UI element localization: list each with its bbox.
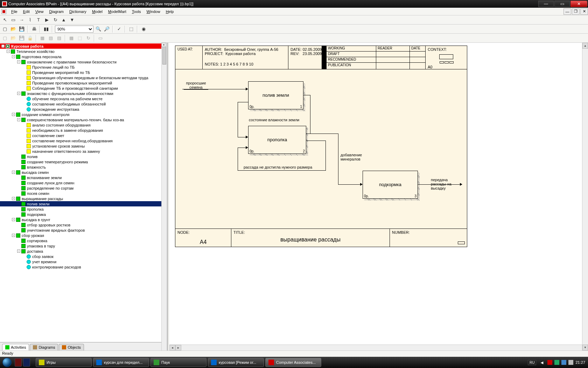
menu-tools[interactable]: Tools [129, 8, 144, 15]
tree-node[interactable]: упаковка в тару [0, 243, 167, 248]
menu-modelmart[interactable]: ModelMart [105, 8, 129, 15]
zoom-in-button[interactable]: 🔍 [95, 26, 102, 33]
down-tool[interactable]: ▼ [69, 16, 76, 23]
zoom-select[interactable]: 90% [55, 26, 93, 33]
expand-toggle[interactable]: - [12, 218, 15, 221]
tree-node[interactable]: составление перечня необход.оборудования [0, 138, 167, 143]
mm-last[interactable]: ▭ [97, 35, 104, 42]
tree-node[interactable]: Соблюдение ТБ и производственной санитар… [0, 86, 167, 91]
expand-toggle[interactable]: - [12, 234, 15, 237]
tree-node[interactable]: контролирование расходов [0, 264, 167, 270]
tray-icon-1[interactable] [554, 360, 559, 365]
tree-node[interactable]: прохождение инструктажа [0, 107, 167, 112]
tree-node[interactable]: вспахивание земли [0, 175, 167, 180]
menu-model[interactable]: Model [89, 8, 105, 15]
squiggle-tool[interactable]: ⌇ [27, 16, 34, 23]
mm-review[interactable]: ▧ [47, 35, 54, 42]
tree-node[interactable]: -выращивание рассады [0, 196, 167, 201]
menu-dictionary[interactable]: Dictionary [66, 8, 89, 15]
mm-refresh[interactable]: ↻ [85, 35, 92, 42]
close-button[interactable]: ✕ [570, 1, 587, 7]
expand-toggle[interactable]: - [12, 113, 15, 116]
tree-node[interactable]: -доставка [0, 248, 167, 254]
taskbar-item[interactable]: курсовая [Режим ог... [208, 358, 264, 367]
tree-node[interactable]: Прочтение леций по ТБ [0, 64, 167, 70]
clock[interactable]: 21:27 [575, 360, 585, 364]
taskbar-item[interactable]: Паук [150, 358, 206, 367]
activity-box-1[interactable]: полив земли 0р. 1 [248, 81, 303, 109]
mdi-close-button[interactable]: ✕ [580, 8, 588, 15]
tree-node[interactable]: уничтожение вредных факторов [0, 227, 167, 233]
quicklaunch-2[interactable] [23, 358, 30, 367]
tree-node[interactable]: учет времени [0, 259, 167, 264]
tree-node[interactable]: полив [0, 154, 167, 159]
expand-toggle[interactable]: - [12, 55, 15, 58]
tray-icon-av[interactable] [547, 360, 552, 365]
tree-node[interactable]: -ознакомление с правилами техники безопа… [0, 59, 167, 64]
mdi-restore-button[interactable]: ❐ [572, 8, 580, 15]
tab-diagrams[interactable]: Diagrams [30, 344, 58, 350]
mm-connect[interactable]: ▢ [1, 35, 8, 42]
menu-edit[interactable]: Edit [20, 8, 33, 15]
tree-scrollbar[interactable] [161, 43, 167, 342]
zoom-out-button[interactable]: 🔎 [103, 26, 110, 33]
tree-node[interactable]: необходимость в замене оборудования [0, 128, 167, 133]
expand-toggle[interactable]: - [17, 118, 20, 121]
tray-icon-2[interactable] [561, 360, 566, 365]
up-tool[interactable]: ▲ [60, 16, 67, 23]
activity-box-2[interactable]: прополка 0р. 2 [248, 126, 306, 154]
tree-node[interactable]: сортировка [0, 238, 167, 243]
menu-file[interactable]: File [8, 8, 20, 15]
text-tool[interactable]: T [35, 16, 42, 23]
expand-toggle[interactable]: - [7, 50, 10, 53]
go-child-tool[interactable]: ↻ [52, 16, 59, 23]
expand-toggle[interactable]: - [12, 171, 15, 174]
tree-node[interactable]: полив земли [0, 201, 167, 206]
tree-node[interactable]: назначение ответственного за замену [0, 149, 167, 154]
mm-open[interactable]: 📂 [10, 35, 17, 42]
quicklaunch-1[interactable] [15, 358, 22, 367]
mm-version[interactable]: ▩ [68, 35, 75, 42]
go-parent-tool[interactable]: ▶ [43, 16, 50, 23]
arrow-tool[interactable]: → [18, 16, 25, 23]
expand-toggle[interactable]: - [12, 197, 15, 200]
expand-toggle[interactable]: - [17, 60, 20, 63]
open-button[interactable]: 📂 [10, 26, 17, 33]
taskbar-item[interactable]: курсач для передел... [93, 358, 149, 367]
tree-node[interactable]: подкормка [0, 212, 167, 217]
expand-toggle[interactable]: - [17, 92, 20, 95]
menu-window[interactable]: Window [144, 8, 163, 15]
start-button[interactable] [0, 357, 14, 368]
tree-node[interactable]: анализ состояния оборудования [0, 122, 167, 128]
tree-node[interactable]: Проведение мероприятий по ТБ [0, 70, 167, 75]
canvas-hscrollbar[interactable]: ◄► [169, 345, 582, 350]
tree-node[interactable]: создание лунок для семян [0, 180, 167, 185]
tree-node[interactable]: -знакомство с функциональными обязанност… [0, 91, 167, 96]
tree-node[interactable]: прополка [0, 206, 167, 212]
tree-node[interactable]: составление необходимых обязанностей [0, 101, 167, 107]
new-button[interactable]: ▢ [1, 26, 8, 33]
pointer-tool[interactable]: ↖ [1, 16, 8, 23]
tree-node[interactable]: обучение персонала на рабочем месте [0, 96, 167, 101]
model-explorer-button[interactable]: ⬚ [128, 26, 135, 33]
tree-node[interactable]: составление смет [0, 133, 167, 138]
tree-node[interactable]: сбор заявок [0, 254, 167, 259]
tray-arrow[interactable]: ◄ [538, 359, 545, 366]
spellcheck-button[interactable]: ✓ [115, 26, 122, 33]
tree-node[interactable]: -совершенствование материально-технич. б… [0, 117, 167, 122]
tree-node[interactable]: Проведение противопожарных мероприятий [0, 80, 167, 86]
tree-node[interactable]: -подготовка персонала [0, 54, 167, 59]
tree-node[interactable]: распределение по сортам [0, 185, 167, 191]
minimize-button[interactable]: — [538, 1, 554, 7]
expand-toggle[interactable]: - [17, 250, 20, 253]
reports-button[interactable]: ▮▮ [43, 26, 50, 33]
maximize-button[interactable]: ▭ [554, 1, 570, 7]
tree-node[interactable]: влажность [0, 164, 167, 170]
tree-node[interactable]: -сбор урожая [0, 233, 167, 238]
explorer-close-button[interactable]: × [161, 43, 166, 47]
activity-tool[interactable]: ▭ [10, 16, 17, 23]
mm-save[interactable]: 💾 [18, 35, 25, 42]
mdi-minimize-button[interactable]: — [564, 8, 571, 15]
taskbar-item[interactable]: Computer Associates... [265, 358, 321, 367]
tab-objects[interactable]: Objects [59, 344, 84, 350]
